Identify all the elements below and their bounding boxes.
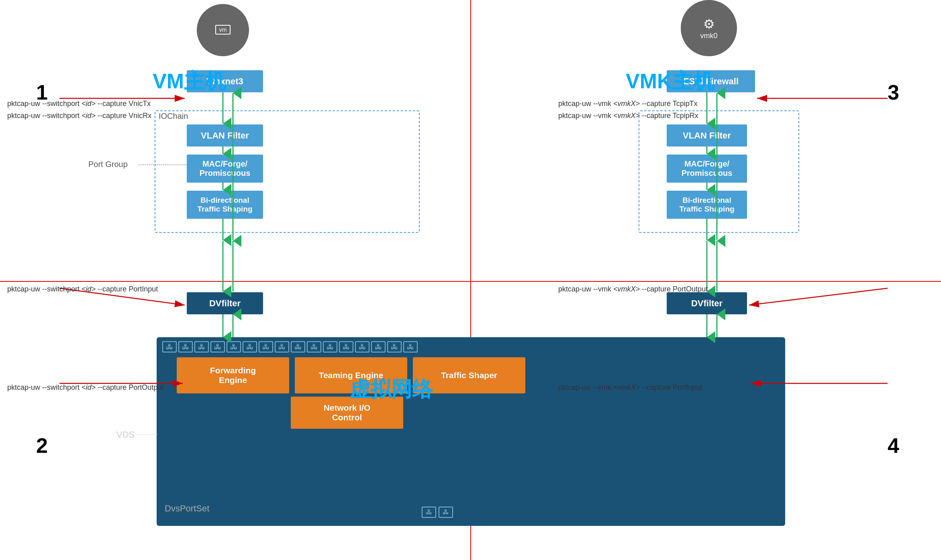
port-icon: 🖧 — [291, 341, 305, 352]
dvs-portset-label: DvsPortSet — [165, 503, 209, 514]
port-icon: 🖧 — [387, 341, 402, 352]
traffic-shaping-1: Bi-directionalTraffic Shaping — [187, 191, 263, 219]
cmd-port-input: pktcap-uw --switchport <id> --capture Po… — [7, 285, 158, 293]
port-icon: 🖧 — [339, 341, 353, 352]
vmk-host-label: VMK主机 — [626, 67, 714, 96]
iochain-label: IOChain — [159, 112, 188, 121]
vmk-label: vmk0 — [700, 32, 717, 40]
port-icon: 🖧 — [355, 341, 369, 352]
cmd-vmk-rx: pktcap-uw --vmk <vmkX> --capture TcpipRx — [558, 112, 698, 120]
port-icon: 🖧 — [259, 341, 273, 352]
bottom-port-icons: 🖧 🖧 — [422, 507, 453, 518]
port-icon: 🖧 — [210, 341, 225, 352]
traffic-shaping-2: Bi-directionalTraffic Shaping — [667, 191, 747, 219]
port-icon: 🖧 — [323, 341, 337, 352]
vlan-filter-1: VLAN Filter — [187, 124, 263, 147]
vm-icon: vm — [197, 4, 249, 56]
port-icon: 🖧 — [403, 341, 418, 352]
svg-line-25 — [749, 288, 888, 305]
vds-label: VDS — [116, 430, 135, 440]
dvfilter-2: DVfilter — [667, 292, 747, 314]
cmd-vmk-tx: pktcap-uw --vmk <vmkX> --capture TcpipTx — [558, 100, 698, 108]
bottom-port-icon: 🖧 — [422, 507, 436, 518]
nio-row: Network I/OControl — [157, 397, 785, 429]
vds-line — [137, 434, 157, 435]
port-icon: 🖧 — [194, 341, 209, 352]
mac-forge-2: MAC/Forge/Promiscuous — [667, 155, 747, 183]
dvfilter-1: DVfilter — [187, 292, 263, 314]
vlan-filter-2: VLAN Filter — [667, 124, 747, 147]
vds-container: 🖧 🖧 🖧 🖧 🖧 🖧 🖧 🖧 🖧 🖧 🖧 🖧 🖧 🖧 🖧 🖧 Forwardi… — [157, 337, 785, 526]
port-icon: 🖧 — [162, 341, 177, 352]
port-group-label: Port Group — [88, 160, 128, 169]
vmk-gear-icon: ⚙ — [703, 16, 715, 32]
port-icons-row: 🖧 🖧 🖧 🖧 🖧 🖧 🖧 🖧 🖧 🖧 🖧 🖧 🖧 🖧 🖧 🖧 — [157, 337, 785, 354]
cmd-port-output: pktcap-uw --switchport <id> --capture Po… — [7, 383, 163, 392]
port-icon: 🖧 — [243, 341, 257, 352]
port-group-line — [139, 165, 187, 165]
port-icon: 🖧 — [307, 341, 321, 352]
forwarding-engine-box: ForwardingEngine — [177, 357, 289, 393]
cmd-vm-rx: pktcap-uw --switchport <id> --capture Vn… — [7, 112, 151, 120]
cmd-vm-tx: pktcap-uw --switchport <id> --capture Vn… — [7, 100, 151, 108]
label-2: 2 — [36, 434, 48, 458]
vmk-icon-circle: ⚙ vmk0 — [681, 0, 737, 56]
label-3: 3 — [888, 80, 899, 104]
cmd-vmk-port-output: pktcap-uw --vmk <vmkX> --capture PortOut… — [558, 285, 708, 293]
mac-forge-1: MAC/Forge/Promiscuous — [187, 155, 263, 183]
label-4: 4 — [888, 434, 899, 458]
port-icon: 🖧 — [275, 341, 289, 352]
virtual-net-label: 虚拟网络 — [349, 375, 433, 403]
cmd-vmk-port-input: pktcap-uw --vmk <vmkX> --capture PortInp… — [558, 383, 702, 392]
port-icon: 🖧 — [178, 341, 193, 352]
port-icon: 🖧 — [371, 341, 386, 352]
port-icon: 🖧 — [227, 341, 241, 352]
bottom-port-icon: 🖧 — [439, 507, 453, 518]
vm-icon-box: vm — [215, 25, 231, 35]
red-horizontal-line — [0, 281, 941, 282]
vm-host-label: VM主机 — [153, 67, 226, 96]
